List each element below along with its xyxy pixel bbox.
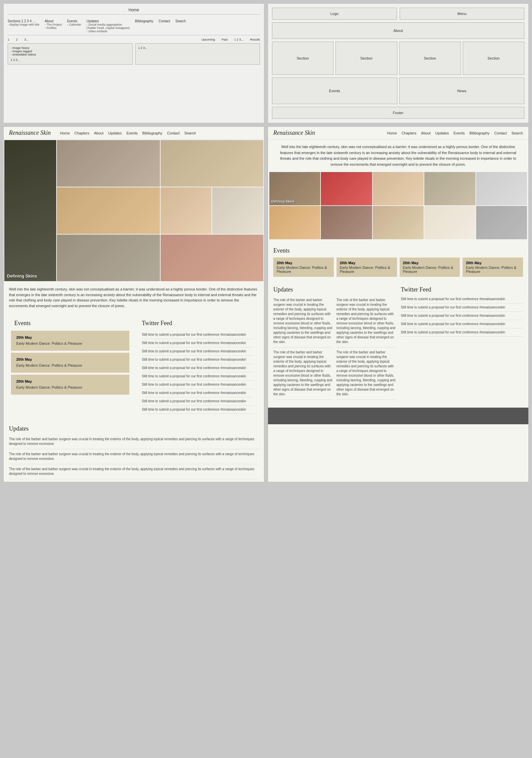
r-event-0: 20th May Early Modern Dance: Politics & … xyxy=(273,258,334,277)
image-sub2 xyxy=(212,187,263,234)
wireframe-row: Home Sections 1 2 3 4 ... - display imag… xyxy=(0,0,532,126)
wf-logo-menu-row: Logo Menu xyxy=(272,8,524,20)
wf-footer-box: Footer xyxy=(272,107,524,119)
wf-news-box: News xyxy=(399,78,525,104)
site-right-image-grid: Defining Skins xyxy=(268,172,528,241)
r-event-date-3: 20th May xyxy=(466,261,520,265)
r-img-r1c3 xyxy=(373,172,424,205)
nav-search[interactable]: Search xyxy=(184,131,196,135)
event-2: 20th May Early Modern Dance: Politics & … xyxy=(11,375,129,395)
r-updates-heading: Updates xyxy=(273,282,396,295)
site-left: Renaissance Skin Home Chapters About Upd… xyxy=(3,126,264,482)
wf-four-sections: Section Section Section Section xyxy=(272,42,524,75)
wf-nav-events: Events - Calendar xyxy=(67,19,81,33)
tweet-0: Still time to submit a proposal for our … xyxy=(142,331,254,339)
image-cell-r3c3 xyxy=(161,235,264,281)
r-nav-bibliography[interactable]: Bibliography xyxy=(469,131,490,135)
r-nav-chapters[interactable]: Chapters xyxy=(402,131,417,135)
wf-nav-search: Search xyxy=(176,19,186,33)
wireframe-left: Home Sections 1 2 3 4 ... - display imag… xyxy=(3,3,264,123)
r-updates-col1: The role of the barber and barber surgeo… xyxy=(273,295,332,400)
wf-nav-about: About - The Project- Profiles xyxy=(45,19,62,33)
wf-logo-box: Logo xyxy=(272,8,397,20)
tweet-3: Still time to submit a proposal for our … xyxy=(142,356,254,364)
image-cell-r1c2 xyxy=(57,140,160,187)
event-title-0: Early Modern Dance: Politics & Pleasure xyxy=(16,341,82,345)
hero-label: Defining Skins xyxy=(7,274,37,279)
r-nav-updates[interactable]: Updates xyxy=(435,131,449,135)
tweet-2: Still time to submit a proposal for our … xyxy=(142,347,254,356)
image-cell-r3c2 xyxy=(57,235,160,281)
event-0: 20th May Early Modern Dance: Politics & … xyxy=(11,331,129,351)
r-updates-section: Updates The role of the barber and barbe… xyxy=(273,282,396,400)
nav-about[interactable]: About xyxy=(94,131,103,135)
r-events-row: 20th May Early Modern Dance: Politics & … xyxy=(273,256,523,278)
event-date-1: 20th May xyxy=(16,357,124,361)
wf-numbers-row: 1 2 3... Upcoming Past 1 2 3... Results xyxy=(8,38,260,41)
wf-nav-updates: Updates - Social media aggregation(Twitt… xyxy=(86,19,130,33)
wf-events-box: Events xyxy=(272,78,397,104)
twitter-col: Twitter Feed Still time to submit a prop… xyxy=(134,313,264,419)
wireframe-right: Logo Menu About Section Section Section … xyxy=(268,3,529,123)
nav-home[interactable]: Home xyxy=(60,131,69,135)
r-nav-about[interactable]: About xyxy=(421,131,431,135)
r-event-date-2: 20th May xyxy=(403,261,457,265)
r-tweet-4: Still time to submit a proposal for our … xyxy=(401,328,523,337)
wf-about-box: About xyxy=(272,22,524,39)
r-update-c1-0: The role of the barber and barber surgeo… xyxy=(273,295,332,347)
wf-nav: Sections 1 2 3 4 ... - display image wit… xyxy=(8,17,260,35)
update-2: The role of the barber and barber surgeo… xyxy=(9,464,259,479)
r-nav-search[interactable]: Search xyxy=(511,131,523,135)
r-img-r1c2 xyxy=(321,172,372,205)
nav-updates[interactable]: Updates xyxy=(108,131,122,135)
wf-events-news-row: Events News xyxy=(272,78,524,104)
wf-nav-sections: Sections 1 2 3 4 ... - display image wit… xyxy=(8,19,40,33)
r-event-title-3: Early Modern Dance: Politics & Pleasure xyxy=(466,266,520,274)
r-nav-contact[interactable]: Contact xyxy=(494,131,507,135)
r-event-title-2: Early Modern Dance: Politics & Pleasure xyxy=(403,266,457,274)
wf-section-tall-4: Section xyxy=(463,42,524,75)
wf-sections-row: - image heavy- images tagged- embedded v… xyxy=(8,43,260,65)
event-date-0: 20th May xyxy=(16,335,124,339)
site-right-logo: Renaissance Skin xyxy=(273,129,315,136)
hero-image: Defining Skins xyxy=(4,140,56,281)
r-img-r1c5 xyxy=(476,172,527,205)
events-col: Events 20th May Early Modern Dance: Poli… xyxy=(4,313,134,419)
wf-home-label: Home xyxy=(8,8,260,15)
twitter-heading: Twitter Feed xyxy=(137,316,259,329)
nav-bibliography[interactable]: Bibliography xyxy=(142,131,163,135)
wf-section-tall-2: Section xyxy=(335,42,397,75)
r-nav-events[interactable]: Events xyxy=(454,131,465,135)
events-heading: Events xyxy=(9,316,131,329)
tweet-4: Still time to submit a proposal for our … xyxy=(142,364,254,372)
r-update-c1-1: The role of the barber and barber surgeo… xyxy=(273,347,332,400)
wf-menu-box: Menu xyxy=(400,8,525,20)
site-left-nav-links: Home Chapters About Updates Events Bibli… xyxy=(60,131,196,135)
image-cell-r1c3 xyxy=(161,140,264,187)
r-img-r1c1: Defining Skins xyxy=(269,172,320,205)
site-left-image-grid: Defining Skins xyxy=(4,139,264,282)
site-left-body-text: Well into the late eighteenth century, s… xyxy=(4,282,264,313)
wf-section-tall-1: Section xyxy=(272,42,333,75)
r-event-2: 20th May Early Modern Dance: Politics & … xyxy=(400,258,460,277)
r-event-date-1: 20th May xyxy=(340,261,394,265)
r-events-heading: Events xyxy=(273,243,523,256)
nav-chapters[interactable]: Chapters xyxy=(74,131,89,135)
r-twitter-heading: Twitter Feed xyxy=(401,282,523,295)
r-updates-col2: The role of the barber and barber surgeo… xyxy=(336,295,396,400)
nav-events[interactable]: Events xyxy=(126,131,138,135)
tweets-list: Still time to submit a proposal for our … xyxy=(137,329,259,416)
r-img-r2c4 xyxy=(424,206,475,239)
site-left-logo: Renaissance Skin xyxy=(9,129,51,136)
site-right: Renaissance Skin Home Chapters About Upd… xyxy=(268,126,529,482)
tweet-8: Still time to submit a proposal for our … xyxy=(142,397,254,406)
nav-contact[interactable]: Contact xyxy=(167,131,180,135)
r-img-r2c3 xyxy=(373,206,424,239)
r-nav-home[interactable]: Home xyxy=(387,131,397,135)
r-update-c2-0: The role of the barber and barber surgeo… xyxy=(336,295,396,347)
r-event-date-0: 20th May xyxy=(277,261,331,265)
r-tweet-2: Still time to submit a proposal for our … xyxy=(401,312,523,320)
site-right-nav-links: Home Chapters About Updates Events Bibli… xyxy=(387,131,523,135)
r-twitter-section: Twitter Feed Still time to submit a prop… xyxy=(401,282,523,400)
r-tweet-1: Still time to submit a proposal for our … xyxy=(401,303,523,312)
